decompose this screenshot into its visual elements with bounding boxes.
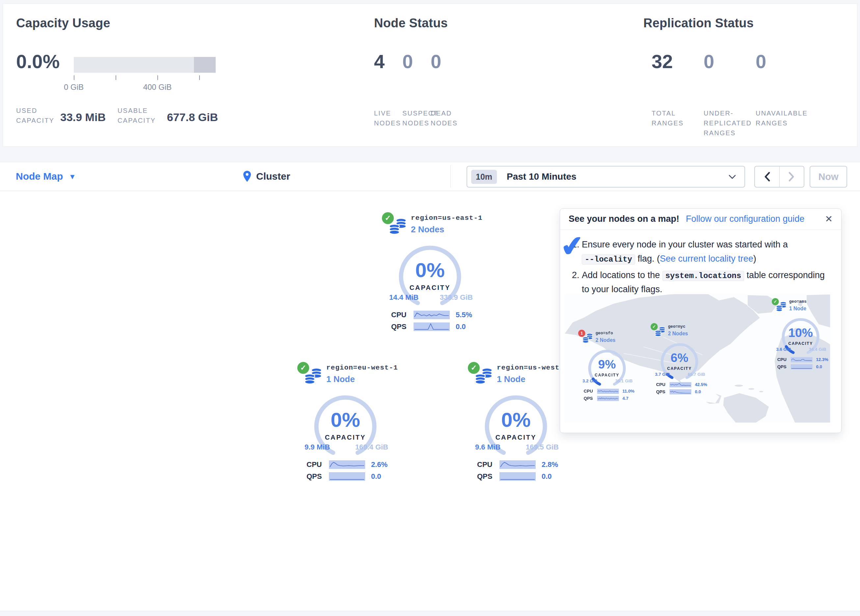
qps-label: QPS [584, 396, 595, 401]
time-range-label: Past 10 Minutes [507, 171, 576, 182]
capacity-gauge: 0% CAPACITY 14.4 MiB 338.9 GiB [397, 244, 463, 310]
qps-sparkline [329, 472, 365, 481]
qps-sparkline [791, 364, 813, 370]
gauge-total-value: 65.7 GiB [688, 372, 705, 377]
qps-value: 0.0 [371, 472, 381, 481]
qps-label: QPS [477, 472, 496, 481]
gauge-percent: 9% [587, 357, 627, 371]
gauge-used-value: 3.6 GiB [776, 347, 791, 352]
axis-tick [157, 75, 158, 80]
system-locations-code: system.locations [662, 271, 744, 281]
check-icon: ✓ [300, 364, 306, 372]
under-replicated-ranges-count: 0 [704, 50, 756, 72]
gauge-capacity-label: CAPACITY [781, 341, 821, 346]
locality-flag-code: --locality [582, 254, 635, 265]
node-locality-label: geo=sfo [596, 331, 639, 335]
cpu-sparkline [329, 460, 365, 469]
node-count: 1 Node [789, 306, 830, 312]
cpu-label: CPU [584, 389, 595, 394]
check-icon: ✓ [774, 299, 777, 304]
map-pin-icon [243, 171, 251, 182]
minimap-node-nyc: ✓ geo=nyc 2 Nodes 6% CAPAC [651, 323, 712, 396]
setup-steps: Ensure every node in your cluster was st… [560, 230, 841, 296]
step-text: Add locations to the [582, 270, 662, 280]
cluster-summary-card: Capacity Usage 0.0% 0 GiB 400 GiB USED C… [3, 3, 857, 147]
qps-label: QPS [306, 472, 326, 481]
qps-sparkline [499, 472, 536, 481]
cpu-sparkline [499, 460, 536, 469]
status-ok-badge: ✓ [468, 362, 480, 374]
qps-label: QPS [777, 364, 789, 370]
minimap-node-sfo: 1 geo=sfo 2 Nodes 9% CAPAC [578, 330, 639, 403]
status-ok-badge: ✓ [382, 212, 394, 224]
locality-tree-link[interactable]: See current locality tree [660, 254, 753, 263]
page-footer-strip [0, 611, 860, 616]
step-text: flag. ( [635, 254, 660, 263]
cpu-label: CPU [656, 382, 668, 387]
region-card-us-west-1[interactable]: ✓ region=us-west-1 1 Node 0% CAPACITY 9.… [468, 362, 570, 484]
node-locality-label: geo=ams [789, 299, 830, 304]
capacity-usage-section: Capacity Usage 0.0% 0 GiB 400 GiB USED C… [16, 16, 110, 30]
region-node-count: 1 Node [497, 374, 570, 384]
time-range-badge: 10m [471, 170, 497, 184]
gauge-capacity-label: CAPACITY [483, 434, 549, 441]
gauge-capacity-label: CAPACITY [587, 373, 627, 378]
cpu-value: 12.3% [816, 357, 828, 362]
total-ranges-label: TOTAL RANGES [651, 108, 704, 138]
region-locality-label: region=us-west-1 [497, 364, 570, 371]
status-ok-badge: ✓ [651, 323, 658, 331]
suspect-nodes-label: SUSPECT NODES [402, 108, 431, 128]
qps-value: 0.0 [695, 389, 701, 395]
gauge-total-value: 338.9 GiB [440, 293, 473, 302]
node-count: 2 Nodes [596, 337, 639, 343]
configuration-guide-link[interactable]: Follow our configuration guide [686, 214, 804, 224]
axis-tick [116, 75, 116, 80]
breadcrumb[interactable]: Cluster [243, 162, 290, 191]
gauge-percent: 6% [660, 351, 699, 365]
cpu-value: 2.6% [371, 460, 388, 469]
step-text: Ensure every node in your cluster was st… [582, 240, 790, 249]
close-icon[interactable]: ✕ [825, 213, 833, 224]
setup-step-1: Ensure every node in your cluster was st… [582, 238, 833, 266]
capacity-gauge: 9% CAPACITY 3.2 GiB 35.1 GiB [587, 349, 627, 388]
status-ok-badge: ✓ [297, 362, 309, 374]
qps-label: QPS [656, 389, 668, 395]
gauge-total-value: 169.4 GiB [355, 443, 388, 451]
replication-status-section: Replication Status 32 0 0 TOTAL RANGES U… [643, 16, 754, 30]
region-card-eu-west-1[interactable]: ✓ region=eu-west-1 1 Node 0% CAPACITY 9.… [297, 362, 399, 484]
gauge-capacity-label: CAPACITY [660, 366, 699, 371]
time-step-forward-button[interactable] [779, 166, 804, 187]
time-step-back-button[interactable] [755, 166, 779, 187]
capacity-bar-reserved-segment [194, 57, 216, 73]
cpu-value: 2.8% [541, 460, 558, 469]
region-card-us-east-1[interactable]: ✓ region=us-east-1 2 Nodes 0% CAPACITY 1… [382, 212, 484, 334]
live-nodes-label: LIVE NODES [374, 108, 402, 128]
node-count: 2 Nodes [668, 331, 712, 337]
map-toolbar: Node Map ▾ Cluster 10m Past 10 Minutes N… [0, 162, 860, 191]
region-locality-label: region=eu-west-1 [326, 364, 399, 371]
replication-status-title: Replication Status [643, 16, 754, 30]
view-selector-dropdown[interactable]: Node Map ▾ [16, 162, 74, 191]
gauge-total-value: 35.1 GiB [615, 378, 633, 384]
time-range-dropdown[interactable]: 10m Past 10 Minutes [466, 166, 745, 188]
qps-sparkline [597, 396, 619, 401]
used-capacity-value: 33.9 MiB [60, 111, 106, 124]
dead-nodes-count: 0 [431, 50, 459, 72]
step-text: ) [753, 254, 756, 263]
now-button[interactable]: Now [810, 166, 847, 188]
total-ranges-count: 32 [651, 50, 704, 72]
gauge-percent: 0% [483, 408, 549, 431]
usable-capacity-label: USABLE CAPACITY [118, 106, 164, 125]
minimap-node-ams: ✓ geo=ams 1 Node 10% CAPAC [772, 298, 830, 371]
qps-label: QPS [391, 323, 410, 331]
gauge-total-value: 169.5 GiB [526, 443, 559, 451]
used-capacity-label: USED CAPACITY [16, 106, 58, 125]
node-status-title: Node Status [374, 16, 448, 30]
gauge-used-value: 9.9 MiB [304, 443, 330, 451]
example-node-map-image: 1 geo=sfo 2 Nodes 9% CAPAC [564, 294, 830, 423]
usable-capacity-value: 677.8 GiB [167, 111, 218, 124]
gauge-used-value: 3.2 GiB [582, 378, 597, 384]
region-node-count: 2 Nodes [411, 224, 484, 235]
chevron-left-icon [764, 172, 770, 182]
check-icon: ✓ [471, 364, 477, 372]
